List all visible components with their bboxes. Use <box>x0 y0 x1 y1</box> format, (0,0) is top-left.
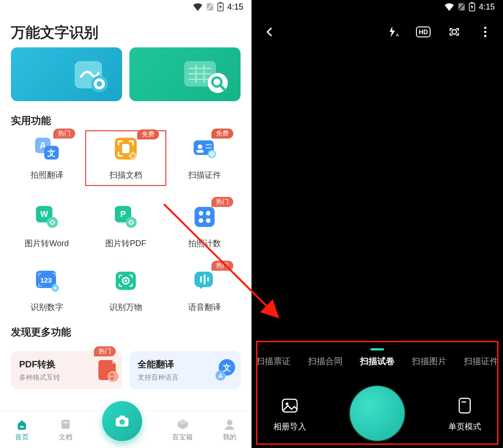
photo-count-icon <box>190 202 219 232</box>
svg-rect-27 <box>205 144 212 145</box>
shutter-button[interactable] <box>350 386 405 441</box>
nav-camera-button[interactable] <box>102 401 142 441</box>
tile-photo-count[interactable]: 热门 拍照计数 <box>165 202 244 249</box>
tile-label: 语音翻译 <box>188 302 221 313</box>
svg-rect-50 <box>200 276 202 283</box>
status-time: 4:15 <box>479 2 495 12</box>
svg-point-38 <box>199 211 203 216</box>
svg-rect-26 <box>196 150 204 153</box>
tile-label: 识别数字 <box>31 302 63 313</box>
wifi-icon <box>444 3 454 11</box>
status-bar-right: 4:15 <box>252 0 503 14</box>
scan-mode-tabs: 扫描票证 扫描合同 扫描试卷 扫描图片 扫描证件 <box>252 355 503 367</box>
nav-home[interactable]: 首页 <box>15 417 29 442</box>
back-button[interactable] <box>260 22 279 41</box>
tile-label: 拍照翻译 <box>31 170 63 180</box>
discover-card-pdf[interactable]: 热门 PDF转换 多种格式互转 <box>11 351 122 389</box>
svg-point-63 <box>119 419 125 425</box>
nav-label: 百宝箱 <box>172 433 193 442</box>
svg-point-5 <box>91 76 108 92</box>
svg-text:A: A <box>218 372 223 380</box>
svg-rect-21 <box>122 144 129 153</box>
svg-rect-68 <box>471 2 473 3</box>
status-bar-left: 4:15 <box>0 0 252 14</box>
tile-label: 扫描证件 <box>188 170 221 180</box>
svg-point-75 <box>286 402 288 405</box>
profile-icon <box>223 417 236 431</box>
svg-rect-28 <box>205 147 212 149</box>
svg-point-72 <box>484 31 487 33</box>
svg-rect-59 <box>62 420 70 429</box>
page-mode-button[interactable]: 单页模式 <box>448 395 481 432</box>
flash-auto-button[interactable]: A <box>383 22 402 41</box>
tile-label: 图片转Word <box>25 238 69 249</box>
svg-point-73 <box>484 35 487 37</box>
nav-toolbox[interactable]: 百宝箱 <box>172 417 193 442</box>
svg-text:文: 文 <box>47 149 56 158</box>
svg-rect-37 <box>195 207 215 227</box>
svg-text:W: W <box>40 210 48 219</box>
camera-toolbar: A HD <box>252 14 503 50</box>
svg-point-33 <box>47 217 58 228</box>
scan-tab-id[interactable]: 扫描证件 <box>464 355 498 367</box>
svg-rect-76 <box>459 398 470 413</box>
nav-label: 首页 <box>15 433 29 442</box>
hd-button[interactable]: HD <box>414 22 433 41</box>
svg-point-64 <box>227 420 232 425</box>
gallery-icon <box>279 395 301 417</box>
scan-tab-image[interactable]: 扫描图片 <box>412 355 447 367</box>
nav-label: 我的 <box>223 433 236 442</box>
svg-point-48 <box>124 279 127 282</box>
svg-rect-58 <box>20 426 24 427</box>
recognize-numbers-icon: 123 <box>32 266 62 295</box>
tile-scan-id[interactable]: 免费 扫描证件 <box>165 134 244 185</box>
img-to-pdf-icon: P <box>111 202 140 232</box>
tile-img-to-word[interactable]: W 图片转Word <box>7 202 86 249</box>
svg-rect-52 <box>207 277 209 282</box>
nav-label: 文档 <box>59 433 72 442</box>
svg-rect-60 <box>63 422 68 423</box>
svg-text:A: A <box>396 33 399 37</box>
tile-label: 扫描文档 <box>109 170 142 180</box>
tile-recognize-numbers[interactable]: 123 识别数字 <box>7 266 86 313</box>
svg-point-39 <box>206 211 210 216</box>
camera-icon <box>113 412 131 430</box>
svg-point-45 <box>54 287 56 289</box>
ctrl-label: 相册导入 <box>273 421 306 432</box>
scan-id-icon <box>190 134 219 163</box>
single-page-icon <box>454 395 476 417</box>
hero-card-table[interactable] <box>129 47 241 101</box>
svg-text:文: 文 <box>222 363 231 372</box>
home-icon <box>15 417 29 431</box>
discover-card-translate[interactable]: 全能翻译 支持百种语言 文A <box>129 351 241 389</box>
svg-point-53 <box>108 371 118 382</box>
photo-translate-icon: A文 <box>32 134 62 163</box>
scan-tab-contract[interactable]: 扫描合同 <box>308 355 343 367</box>
tile-photo-translate[interactable]: 热门 A文 拍照翻译 <box>7 134 86 185</box>
svg-point-71 <box>484 27 487 29</box>
nav-mine[interactable]: 我的 <box>223 417 236 442</box>
tile-img-to-pdf[interactable]: P 图片转PDF <box>86 202 165 249</box>
tile-recognize-everything[interactable]: 识别万物 <box>86 266 165 313</box>
section-title-discover: 发现更多功能 <box>0 313 252 345</box>
tile-scan-document[interactable]: 免费 扫描文档 <box>86 131 165 185</box>
bottom-nav: 首页 文档 百宝箱 我的 <box>0 411 252 448</box>
hero-card-handwriting[interactable] <box>11 47 122 101</box>
no-sim-icon <box>206 3 214 11</box>
scan-tab-receipt[interactable]: 扫描票证 <box>256 355 291 367</box>
more-button[interactable] <box>476 22 495 41</box>
svg-rect-62 <box>119 416 125 418</box>
pdf-convert-icon <box>95 357 118 380</box>
svg-rect-74 <box>282 399 297 412</box>
nav-docs[interactable]: 文档 <box>59 417 72 442</box>
battery-charging-icon <box>217 2 224 11</box>
docs-icon <box>59 417 72 431</box>
crop-button[interactable] <box>445 22 464 41</box>
svg-text:P: P <box>120 210 126 219</box>
tile-voice-translate[interactable]: 热门 语音翻译 <box>165 266 244 313</box>
scan-tab-exam[interactable]: 扫描试卷 <box>360 355 395 367</box>
svg-point-70 <box>452 30 457 34</box>
svg-point-41 <box>206 218 210 223</box>
gallery-import-button[interactable]: 相册导入 <box>273 395 306 432</box>
battery-charging-icon <box>469 2 475 11</box>
